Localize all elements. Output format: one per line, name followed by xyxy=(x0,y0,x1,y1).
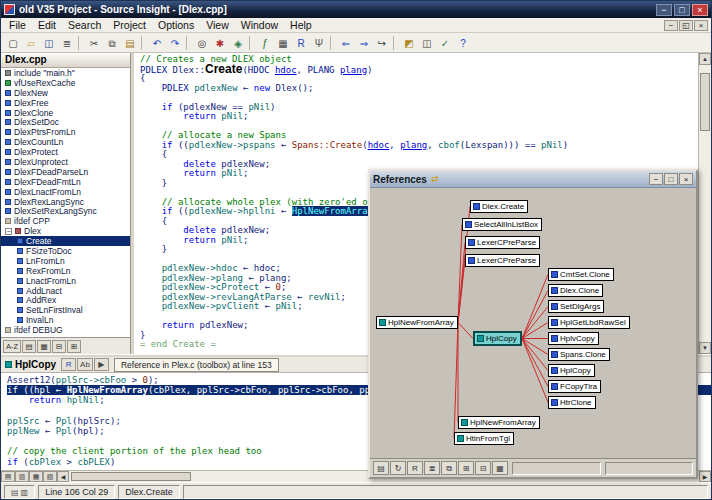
toolbar-open-file-button[interactable]: ▱ xyxy=(22,35,40,51)
scroll-left-button[interactable]: ◀ xyxy=(57,471,69,482)
code-line[interactable]: return pNil; xyxy=(140,112,698,122)
sidebar-item-lnactfromln[interactable]: LnactFromLn xyxy=(1,276,130,286)
toolbar-copy-button[interactable]: ⧉ xyxy=(103,35,121,51)
toolbar-help-button[interactable]: ? xyxy=(454,35,472,51)
toolbar-split-window-button[interactable]: ◫ xyxy=(418,35,436,51)
sidebar-item-dlexfdeadparseln[interactable]: DlexFDeadParseLn xyxy=(1,167,130,177)
sidebar-item-dlexsetrexlangsync[interactable]: DlexSetRexLangSync xyxy=(1,206,130,216)
toolbar-go-to-line-button[interactable]: ↪ xyxy=(373,35,391,51)
mdi-close-button[interactable]: × xyxy=(694,20,708,31)
references-minimize-button[interactable]: − xyxy=(649,173,663,185)
scrollbar-thumb[interactable] xyxy=(700,73,710,131)
toolbar-jump-forward-button[interactable]: ⇒ xyxy=(355,35,373,51)
sidebar-item-dlexcountln[interactable]: DlexCountLn xyxy=(1,137,130,147)
sidebar-item-include-main-h[interactable]: include "main.h" xyxy=(1,68,130,78)
ref-node-hplnewfromarray[interactable]: HplNewFromArray xyxy=(458,416,540,429)
sidebar-item-rexfromln[interactable]: RexFromLn xyxy=(1,266,130,276)
sidebar-item-dlexunprotect[interactable]: DlexUnprotect xyxy=(1,157,130,167)
toolbar-check-button[interactable]: ✓ xyxy=(436,35,454,51)
ref-node-dlex-clone[interactable]: Dlex.Clone xyxy=(548,284,603,297)
menu-view[interactable]: View xyxy=(200,19,235,31)
references-zoom-in-button[interactable]: ⊞ xyxy=(458,461,474,475)
context-mode-browse-button[interactable]: ▧ xyxy=(43,471,57,482)
references-reference-button[interactable]: R xyxy=(407,461,423,475)
context-reference-tab[interactable]: Reference in Plex.c (toolbox) at line 15… xyxy=(114,358,279,372)
mdi-minimize-button[interactable]: − xyxy=(664,20,678,31)
ref-node-hplnewfromarray[interactable]: HplNewFromArray xyxy=(376,316,458,329)
toolbar-call-tree-button[interactable]: Ψ xyxy=(310,35,328,51)
ref-node-htinfromtgl[interactable]: HtinFromTgl xyxy=(454,432,514,445)
sidebar-item-dlex[interactable]: −Dlex xyxy=(1,226,130,236)
references-copy-button[interactable]: ⧉ xyxy=(441,461,457,475)
context-mode-symbol-button[interactable]: ▤ xyxy=(1,471,15,482)
editor-vertical-scrollbar[interactable]: ▲ ▼ xyxy=(698,53,711,354)
toolbar-paste-button[interactable]: ▤ xyxy=(121,35,139,51)
sort-by-type-button[interactable]: ▤ xyxy=(22,340,36,353)
references-print-button[interactable]: ≣ xyxy=(424,461,440,475)
sidebar-item-ifdef-debug[interactable]: ifdef DEBUG xyxy=(1,325,130,335)
references-view-mode-button[interactable]: ▤ xyxy=(373,461,389,475)
sidebar-item-addrex[interactable]: AddRex xyxy=(1,295,130,305)
code-line[interactable]: if ((pdlexNew->pspans ← Spans::Create(hd… xyxy=(140,141,698,151)
ref-node-hplcopy[interactable]: HplCopy xyxy=(548,364,595,377)
toolbar-reference-button[interactable]: R xyxy=(292,35,310,51)
ref-node-spans-clone[interactable]: Spans.Clone xyxy=(548,348,610,361)
references-grid-button[interactable]: ▦ xyxy=(492,461,508,475)
menu-project[interactable]: Project xyxy=(107,19,152,31)
code-line[interactable]: PDLEX pdlexNew ← new Dlex(); xyxy=(140,84,698,94)
ref-node-selectallinlistbox[interactable]: SelectAllInListBox xyxy=(462,218,542,231)
scroll-down-button[interactable]: ▼ xyxy=(699,342,711,354)
sidebar-item-fsizetodoc[interactable]: FSizeToDoc xyxy=(1,246,130,256)
toolbar-new-file-button[interactable]: ▢ xyxy=(4,35,22,51)
menu-help[interactable]: Help xyxy=(284,19,318,31)
sidebar-item-vfuserexcache[interactable]: vfUseRexCache xyxy=(1,78,130,88)
toolbar-save-file-button[interactable]: ◫ xyxy=(40,35,58,51)
toolbar-replace-button[interactable]: ✱ xyxy=(211,35,229,51)
scroll-up-button[interactable]: ▲ xyxy=(699,53,711,65)
ref-node-dlex-create[interactable]: Dlex.Create xyxy=(470,200,528,213)
ref-node-fcopytira[interactable]: FCopyTira xyxy=(548,380,601,393)
sidebar-item-dlexclone[interactable]: DlexClone xyxy=(1,108,130,118)
sidebar-item-addlnact[interactable]: AddLnact xyxy=(1,286,130,296)
group-symbols-button[interactable]: ▦ xyxy=(37,340,51,353)
ref-node-htrclone[interactable]: HtrClone xyxy=(548,396,596,409)
code-line[interactable]: PDLEX Dlex::Create(HDOC hdoc, PLANG plan… xyxy=(140,65,698,75)
context-mode-project-button[interactable]: ▦ xyxy=(29,471,43,482)
scroll-right-button[interactable]: ▶ xyxy=(699,471,711,482)
ref-node-lexercpreparse[interactable]: LexerCPreParse xyxy=(465,254,540,267)
ref-node-lexercpreparse[interactable]: LexerCPreParse xyxy=(465,236,540,249)
menu-window[interactable]: Window xyxy=(235,19,284,31)
expand-all-button[interactable]: ⊞ xyxy=(67,340,81,353)
sidebar-item-dlexfree[interactable]: DlexFree xyxy=(1,98,130,108)
sidebar-item-dlexrexlangsync[interactable]: DlexRexLangSync xyxy=(1,197,130,207)
sidebar-item-setlnfirstinval[interactable]: SetLnFirstInval xyxy=(1,305,130,315)
toolbar-symbol-list-button[interactable]: ƒ xyxy=(256,35,274,51)
toolbar-redo-button[interactable]: ↷ xyxy=(166,35,184,51)
toolbar-print-button[interactable]: ≣ xyxy=(58,35,76,51)
maximize-button[interactable]: □ xyxy=(674,4,690,16)
ref-node-setdlgargs[interactable]: SetDlgArgs xyxy=(548,300,604,313)
toolbar-search-files-button[interactable]: ◈ xyxy=(229,35,247,51)
toolbar-search-button[interactable]: ◎ xyxy=(193,35,211,51)
ref-node-cmtset-clone[interactable]: CmtSet.Clone xyxy=(548,268,614,281)
sidebar-item-dlexnew[interactable]: DlexNew xyxy=(1,88,130,98)
toolbar-bookmark-button[interactable]: ◩ xyxy=(400,35,418,51)
sidebar-item-ifdef-cpp[interactable]: ifdef CPP xyxy=(1,216,130,226)
sort-alphabetic-button[interactable]: A-Z xyxy=(3,340,21,353)
sidebar-item-create[interactable]: Create xyxy=(1,236,130,246)
collapse-all-button[interactable]: ⊟ xyxy=(52,340,66,353)
sidebar-item-dlexptrsfromln[interactable]: DlexPtrsFromLn xyxy=(1,127,130,137)
menu-search[interactable]: Search xyxy=(62,19,107,31)
tree-expander-icon[interactable]: − xyxy=(5,228,12,235)
references-zoom-out-button[interactable]: ⊟ xyxy=(475,461,491,475)
sidebar-item-dlexprotect[interactable]: DlexProtect xyxy=(1,147,130,157)
references-titlebar[interactable]: References ⇄ −□× xyxy=(370,171,696,188)
ab-case-icon[interactable]: Ab xyxy=(77,358,93,371)
toolbar-undo-button[interactable]: ↶ xyxy=(148,35,166,51)
close-button[interactable]: × xyxy=(692,4,708,16)
references-close-button[interactable]: × xyxy=(679,173,693,185)
menu-options[interactable]: Options xyxy=(152,19,200,31)
toolbar-jump-back-button[interactable]: ⇐ xyxy=(337,35,355,51)
ref-node-hplgetlbdrawsel[interactable]: HplGetLbdRawSel xyxy=(548,316,630,329)
sidebar-item-dlexsetdoc[interactable]: DlexSetDoc xyxy=(1,117,130,127)
